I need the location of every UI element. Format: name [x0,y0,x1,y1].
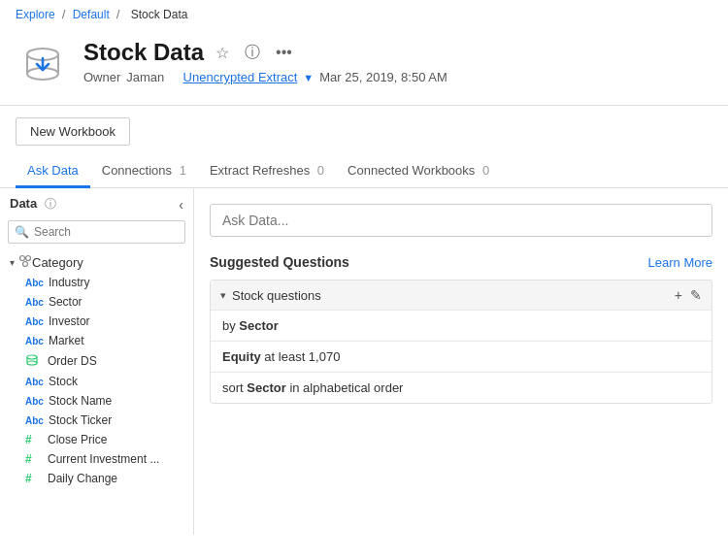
svg-point-12 [27,361,37,365]
breadcrumb-sep-2: / [116,8,123,21]
type-icon-abc: Abc [25,415,44,426]
tabs-bar: Ask Data Connections 1 Extract Refreshes… [0,155,728,188]
category-icon [18,254,32,270]
more-button[interactable]: ••• [272,42,296,63]
item-label: Stock Name [49,394,112,408]
sidebar-info-icon[interactable]: ⓘ [45,197,56,211]
header-info: Stock Data ☆ ⓘ ••• Owner Jaman Unencrypt… [83,39,712,84]
list-item[interactable]: Abc Stock Ticker [4,411,189,430]
item-label: Stock Ticker [49,413,112,427]
group-name: Stock questions [232,288,321,303]
question-item-2[interactable]: Equity at least 1,070 [211,341,711,372]
extract-refreshes-count: 0 [317,163,324,178]
tab-ask-data[interactable]: Ask Data [16,155,90,188]
list-item[interactable]: # Daily Change [4,469,189,488]
type-icon-abc: Abc [25,297,44,308]
breadcrumb-explore[interactable]: Explore [16,8,55,21]
item-label: Investor [49,314,90,328]
sidebar-header: Data ⓘ ‹ [0,188,193,220]
svg-point-9 [27,355,37,359]
breadcrumb-current: Stock Data [131,8,188,21]
type-icon-hash: # [25,452,43,466]
group-title: ▾ Stock questions [220,288,321,303]
list-item[interactable]: Abc Investor [4,312,189,331]
list-item[interactable]: Abc Sector [4,292,189,312]
owner-name: Jaman [126,70,164,84]
connections-count: 1 [180,163,186,178]
breadcrumb-sep-1: / [62,8,69,21]
list-item[interactable]: Abc Market [4,331,189,350]
type-icon-abc: Abc [25,278,44,288]
info-button[interactable]: ⓘ [241,41,264,65]
list-item[interactable]: Order DS [4,350,189,372]
type-icon-db [25,353,43,369]
header-date: Mar 25, 2019, 8:50 AM [319,70,447,84]
extract-badge[interactable]: Unencrypted Extract [183,70,298,84]
extract-arrow-icon: ▼ [303,72,314,83]
group-add-button[interactable]: + [675,287,682,303]
main-area: Data ⓘ ‹ 🔍 ▾ Category [0,188,728,535]
list-item[interactable]: Abc Stock [4,372,189,391]
svg-point-8 [23,262,28,267]
category-row[interactable]: ▾ Category [4,251,189,273]
star-button[interactable]: ☆ [212,42,233,64]
item-label: Market [49,334,84,347]
header: Stock Data ☆ ⓘ ••• Owner Jaman Unencrypt… [0,29,728,106]
type-icon-abc: Abc [25,316,44,327]
data-list: ▾ Category Abc Industry Abc Sector [0,251,193,535]
question-item-3[interactable]: sort Sector in alphabetical order [211,372,711,403]
search-box: 🔍 [8,220,185,244]
item-label: Current Investment ... [48,452,159,466]
search-input[interactable] [8,220,185,244]
learn-more-link[interactable]: Learn More [648,255,712,270]
question-item-1[interactable]: by Sector [211,310,711,341]
svg-point-6 [20,256,25,261]
breadcrumb-default[interactable]: Default [73,8,110,21]
type-icon-hash: # [25,433,43,446]
group-actions: + ✎ [675,287,702,303]
group-header: ▾ Stock questions + ✎ [211,280,711,310]
item-label: Industry [49,276,90,289]
sidebar-title: Data [10,196,37,211]
item-label: Close Price [48,433,107,446]
type-icon-hash: # [25,472,43,485]
tab-connected-workbooks[interactable]: Connected Workbooks 0 [336,155,501,188]
list-item[interactable]: # Close Price [4,430,189,449]
type-icon-abc: Abc [25,336,44,346]
group-edit-button[interactable]: ✎ [690,287,702,303]
owner-label: Owner [83,70,120,84]
suggested-header: Suggested Questions Learn More [210,254,712,270]
group-chevron-icon: ▾ [220,289,226,302]
new-workbook-button[interactable]: New Workbook [16,117,130,146]
question-group: ▾ Stock questions + ✎ by Sector Equity a… [210,280,712,404]
item-label: Sector [49,295,83,309]
actions-bar: New Workbook [0,106,728,146]
type-icon-abc: Abc [25,377,44,387]
sidebar-collapse-button[interactable]: ‹ [179,197,183,213]
item-label: Stock [49,375,78,388]
search-icon: 🔍 [15,225,29,239]
breadcrumb: Explore / Default / Stock Data [0,0,728,29]
item-label: Daily Change [48,472,117,485]
connected-workbooks-count: 0 [482,163,489,178]
suggested-title: Suggested Questions [210,254,349,270]
sidebar: Data ⓘ ‹ 🔍 ▾ Category [0,188,194,535]
datasource-title: Stock Data [83,39,204,66]
item-label: Order DS [48,354,97,368]
type-icon-abc: Abc [25,396,44,407]
list-item[interactable]: # Current Investment ... [4,449,189,469]
datasource-icon [16,39,70,93]
svg-point-7 [26,256,31,261]
list-item[interactable]: Abc Stock Name [4,391,189,411]
category-label: Category [32,255,83,270]
tab-connections[interactable]: Connections 1 [90,155,198,188]
category-chevron-icon: ▾ [10,257,15,268]
ask-data-input[interactable] [210,204,712,237]
list-item[interactable]: Abc Industry [4,273,189,292]
content-area: Suggested Questions Learn More ▾ Stock q… [194,188,728,535]
tab-extract-refreshes[interactable]: Extract Refreshes 0 [198,155,336,188]
